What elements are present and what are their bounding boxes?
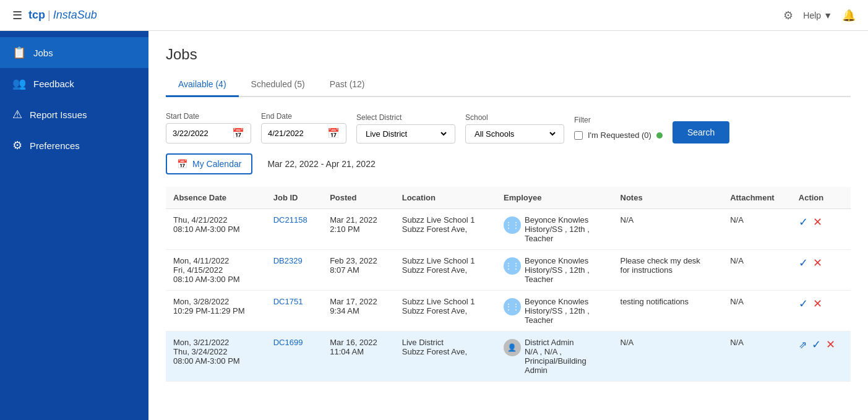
posted: Mar 17, 20229:34 AM: [322, 291, 395, 332]
my-calendar-button[interactable]: 📅 My Calendar: [166, 153, 252, 174]
reject-button[interactable]: ✕: [813, 297, 822, 311]
location: Subzz Live School 1Subzz Forest Ave,: [395, 250, 496, 291]
filter-check-group: Filter I'm Requested (0): [574, 116, 663, 144]
action[interactable]: ✓ ✕: [791, 291, 851, 332]
page-title: Jobs: [166, 46, 851, 63]
location: Subzz Live School 1Subzz Forest Ave,: [395, 291, 496, 332]
tab-past[interactable]: Past (12): [317, 73, 377, 97]
job-id[interactable]: DB2329: [266, 250, 322, 291]
district-group: Select District Live District: [356, 113, 455, 144]
table-header-row: Absence DateJob IDPostedLocationEmployee…: [166, 187, 851, 209]
attachment: N/A: [723, 291, 791, 332]
employee-name: Beyonce KnowlesHistory/SS , 12th ,Teache…: [525, 215, 590, 243]
end-date-input-wrap[interactable]: 📅: [261, 123, 346, 144]
employee-wrap: ⋮⋮Beyonce KnowlesHistory/SS , 12th ,Teac…: [504, 215, 606, 243]
top-header: ☰ tcp | InstaSub ⚙ Help ▼ 🔔: [0, 0, 868, 31]
employee: ⋮⋮Beyonce KnowlesHistory/SS , 12th ,Teac…: [496, 250, 613, 291]
notes: Please check my deskfor instructions: [613, 250, 723, 291]
settings-icon[interactable]: ⚙: [783, 9, 793, 22]
sidebar-item-preferences[interactable]: ⚙Preferences: [0, 130, 148, 161]
col-posted: Posted: [322, 187, 395, 209]
accept-button[interactable]: ✓: [812, 338, 821, 351]
col-employee: Employee: [496, 187, 613, 209]
col-attachment: Attachment: [723, 187, 791, 209]
employee-name: Beyonce KnowlesHistory/SS , 12th ,Teache…: [525, 256, 590, 284]
employee-avatar: 👤: [504, 339, 521, 356]
job-id[interactable]: DC1751: [266, 291, 322, 332]
district-label: Select District: [356, 113, 455, 122]
action[interactable]: ✓ ✕: [791, 250, 851, 291]
start-date-input-wrap[interactable]: 📅: [166, 123, 251, 144]
end-date-label: End Date: [261, 112, 346, 121]
start-date-calendar-icon[interactable]: 📅: [232, 127, 244, 139]
tab-available[interactable]: Available (4): [166, 73, 239, 97]
job-id[interactable]: DC21158: [266, 209, 322, 250]
end-date-calendar-icon[interactable]: 📅: [327, 127, 340, 139]
posted: Feb 23, 20228:07 AM: [322, 250, 395, 291]
reject-button[interactable]: ✕: [826, 338, 835, 351]
employee-avatar: ⋮⋮: [504, 298, 521, 315]
search-button[interactable]: Search: [672, 121, 729, 144]
start-date-group: Start Date 📅: [166, 112, 251, 144]
expand-button[interactable]: ⇗: [799, 339, 807, 351]
sidebar-item-report-issues[interactable]: ⚠Report Issues: [0, 99, 148, 130]
employee-wrap: 👤District AdminN/A , N/A ,Principal/Buil…: [504, 338, 606, 375]
school-select[interactable]: All Schools: [472, 129, 557, 139]
notifications-icon[interactable]: 🔔: [842, 9, 856, 22]
sidebar-report-issues-label: Report Issues: [30, 109, 87, 120]
action[interactable]: ⇗ ✓ ✕: [791, 332, 851, 382]
table-row: Mon, 4/11/2022Fri, 4/15/202208:10 AM-3:0…: [166, 250, 851, 291]
sidebar: 📋Jobs👥Feedback⚠Report Issues⚙Preferences: [0, 31, 148, 420]
employee-wrap: ⋮⋮Beyonce KnowlesHistory/SS , 12th ,Teac…: [504, 256, 606, 284]
district-select-wrap[interactable]: Live District: [356, 124, 455, 144]
school-group: School All Schools: [465, 113, 564, 144]
job-id[interactable]: DC1699: [266, 332, 322, 382]
help-dropdown-icon: ▼: [823, 11, 832, 20]
table-row: Mon, 3/21/2022Thu, 3/24/202208:00 AM-3:0…: [166, 332, 851, 382]
table-row: Thu, 4/21/202208:10 AM-3:00 PMDC21158Mar…: [166, 209, 851, 250]
notes: N/A: [613, 209, 723, 250]
district-select[interactable]: Live District: [363, 129, 449, 139]
end-date-input[interactable]: [268, 129, 324, 138]
main-layout: 📋Jobs👥Feedback⚠Report Issues⚙Preferences…: [0, 31, 868, 420]
posted: Mar 21, 20222:10 PM: [322, 209, 395, 250]
action-btns: ⇗ ✓ ✕: [799, 338, 843, 351]
jobs-table: Absence DateJob IDPostedLocationEmployee…: [166, 187, 851, 382]
col-absence-date: Absence Date: [166, 187, 266, 209]
im-requested-label: I'm Requested (0): [588, 131, 651, 140]
employee-wrap: ⋮⋮Beyonce KnowlesHistory/SS , 12th ,Teac…: [504, 297, 606, 325]
accept-button[interactable]: ✓: [799, 215, 808, 229]
attachment: N/A: [723, 332, 791, 382]
sidebar-item-feedback[interactable]: 👥Feedback: [0, 68, 148, 99]
logo-sep: |: [48, 9, 51, 22]
employee-name: District AdminN/A , N/A ,Principal/Build…: [525, 338, 587, 375]
reject-button[interactable]: ✕: [813, 256, 822, 270]
tab-scheduled[interactable]: Scheduled (5): [239, 73, 317, 97]
attachment: N/A: [723, 250, 791, 291]
sidebar-item-jobs[interactable]: 📋Jobs: [0, 37, 148, 68]
employee-avatar: ⋮⋮: [504, 216, 521, 234]
school-select-wrap[interactable]: All Schools: [465, 124, 564, 144]
sidebar-feedback-label: Feedback: [33, 79, 74, 89]
school-label: School: [465, 113, 564, 122]
end-date-group: End Date 📅: [261, 112, 346, 144]
col-location: Location: [395, 187, 496, 209]
action-btns: ✓ ✕: [799, 215, 843, 229]
col-notes: Notes: [613, 187, 723, 209]
requested-status-dot: [656, 132, 663, 139]
action[interactable]: ✓ ✕: [791, 209, 851, 250]
location: Subzz Live School 1Subzz Forest Ave,: [395, 209, 496, 250]
accept-button[interactable]: ✓: [799, 256, 808, 270]
im-requested-checkbox[interactable]: [574, 131, 583, 140]
hamburger-menu[interactable]: ☰: [12, 9, 22, 22]
header-left: ☰ tcp | InstaSub: [12, 9, 97, 22]
attachment: N/A: [723, 209, 791, 250]
calendar-btn-icon: 📅: [177, 159, 187, 169]
help-button[interactable]: Help ▼: [803, 11, 832, 20]
action-btns: ✓ ✕: [799, 297, 843, 311]
reject-button[interactable]: ✕: [813, 215, 822, 229]
accept-button[interactable]: ✓: [799, 297, 808, 311]
absence-date: Thu, 4/21/202208:10 AM-3:00 PM: [166, 209, 266, 250]
header-right: ⚙ Help ▼ 🔔: [783, 9, 856, 22]
start-date-input[interactable]: [173, 129, 228, 138]
